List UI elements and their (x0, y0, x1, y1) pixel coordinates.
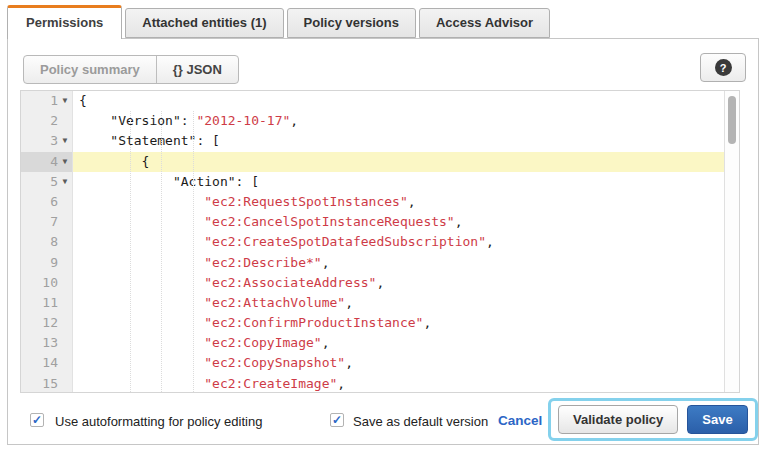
line-number-gutter[interactable]: 6 (21, 192, 73, 212)
line-number: 14 (28, 353, 58, 373)
line-number: 8 (28, 232, 58, 252)
line-number-gutter[interactable]: 7 (21, 212, 73, 232)
code-line[interactable]: { (73, 91, 739, 111)
validate-policy-button[interactable]: Validate policy (558, 405, 678, 434)
autoformat-label: Use autoformatting for policy editing (55, 414, 262, 429)
code-line[interactable]: "ec2:CancelSpotInstanceRequests", (73, 212, 739, 232)
editor-line[interactable]: 10 "ec2:AssociateAddress", (21, 273, 739, 293)
save-button[interactable]: Save (687, 405, 747, 434)
editor-line[interactable]: 4▼ { (21, 152, 739, 172)
line-number-gutter[interactable]: 11 (21, 293, 73, 313)
cancel-link[interactable]: Cancel (498, 413, 542, 428)
editor-line[interactable]: 11 "ec2:AttachVolume", (21, 293, 739, 313)
editor-line[interactable]: 2 "Version": "2012-10-17", (21, 111, 739, 131)
code-line[interactable]: "ec2:CopySnapshot", (73, 353, 739, 373)
help-icon: ? (715, 59, 732, 76)
code-line[interactable]: "ec2:AttachVolume", (73, 293, 739, 313)
code-line[interactable]: "ec2:RequestSpotInstances", (73, 192, 739, 212)
line-number: 5 (28, 172, 58, 192)
line-number-gutter[interactable]: 10 (21, 273, 73, 293)
fold-arrow-icon[interactable]: ▼ (58, 131, 72, 151)
json-policy-editor[interactable]: 1▼{2 "Version": "2012-10-17",3▼ "Stateme… (20, 90, 740, 393)
autoformat-checkbox[interactable]: ✓ (30, 413, 44, 427)
line-number: 15 (28, 374, 58, 393)
line-number: 7 (28, 212, 58, 232)
line-number: 2 (28, 111, 58, 131)
view-toggle: Policy summary {} JSON (23, 55, 239, 84)
editor-line[interactable]: 9 "ec2:Describe*", (21, 253, 739, 273)
tab-access-advisor[interactable]: Access Advisor (419, 8, 550, 38)
editor-line[interactable]: 6 "ec2:RequestSpotInstances", (21, 192, 739, 212)
code-line[interactable]: "ec2:Describe*", (73, 253, 739, 273)
code-line[interactable]: "ec2:CreateSpotDatafeedSubscription", (73, 232, 739, 252)
line-number: 13 (28, 333, 58, 353)
tab-attached-entities[interactable]: Attached entities (1) (125, 8, 283, 38)
code-line[interactable]: "ec2:ConfirmProductInstance", (73, 313, 739, 333)
code-line[interactable]: "Version": "2012-10-17", (73, 111, 739, 131)
editor-line[interactable]: 12 "ec2:ConfirmProductInstance", (21, 313, 739, 333)
line-number: 12 (28, 313, 58, 333)
line-number: 9 (28, 253, 58, 273)
code-line[interactable]: "ec2:CreateImage", (73, 374, 739, 393)
json-button[interactable]: {} JSON (156, 56, 238, 83)
line-number-gutter[interactable]: 15 (21, 374, 73, 393)
code-line[interactable]: { (73, 152, 739, 172)
fold-arrow-icon[interactable]: ▼ (58, 152, 72, 172)
help-button[interactable]: ? (700, 53, 746, 82)
editor-scrollbar[interactable] (724, 91, 739, 392)
editor-line[interactable]: 1▼{ (21, 91, 739, 111)
line-number-gutter[interactable]: 2 (21, 111, 73, 131)
code-line[interactable]: "Statement": [ (73, 131, 739, 151)
editor-line[interactable]: 15 "ec2:CreateImage", (21, 374, 739, 393)
scrollbar-thumb[interactable] (728, 96, 736, 144)
line-number-gutter[interactable]: 8 (21, 232, 73, 252)
line-number: 4 (28, 152, 58, 172)
line-number: 6 (28, 192, 58, 212)
line-number-gutter[interactable]: 9 (21, 253, 73, 273)
tab-permissions[interactable]: Permissions (7, 5, 122, 39)
editor-line[interactable]: 3▼ "Statement": [ (21, 131, 739, 151)
line-number-gutter[interactable]: 12 (21, 313, 73, 333)
fold-arrow-icon[interactable]: ▼ (58, 172, 72, 192)
fold-arrow-icon[interactable]: ▼ (58, 91, 72, 111)
tab-bar: Permissions Attached entities (1) Policy… (7, 7, 550, 39)
editor-line[interactable]: 7 "ec2:CancelSpotInstanceRequests", (21, 212, 739, 232)
tab-policy-versions[interactable]: Policy versions (287, 8, 416, 38)
button-group-highlight: Validate policy Save (548, 398, 758, 441)
code-line[interactable]: "Action": [ (73, 172, 739, 192)
code-line[interactable]: "ec2:CopyImage", (73, 333, 739, 353)
line-number: 10 (28, 273, 58, 293)
line-number-gutter[interactable]: 1▼ (21, 91, 73, 111)
line-number-gutter[interactable]: 14 (21, 353, 73, 373)
line-number-gutter[interactable]: 4▼ (21, 152, 73, 172)
code-line[interactable]: "ec2:AssociateAddress", (73, 273, 739, 293)
policy-summary-button[interactable]: Policy summary (24, 56, 156, 83)
default-version-checkbox[interactable]: ✓ (330, 413, 344, 427)
line-number-gutter[interactable]: 13 (21, 333, 73, 353)
line-number-gutter[interactable]: 5▼ (21, 172, 73, 192)
line-number: 3 (28, 131, 58, 151)
editor-lines: 1▼{2 "Version": "2012-10-17",3▼ "Stateme… (21, 91, 739, 393)
line-number-gutter[interactable]: 3▼ (21, 131, 73, 151)
editor-line[interactable]: 5▼ "Action": [ (21, 172, 739, 192)
policy-editor-page: Permissions Attached entities (1) Policy… (0, 0, 768, 460)
editor-line[interactable]: 14 "ec2:CopySnapshot", (21, 353, 739, 373)
line-number: 1 (28, 91, 58, 111)
editor-line[interactable]: 8 "ec2:CreateSpotDatafeedSubscription", (21, 232, 739, 252)
line-number: 11 (28, 293, 58, 313)
editor-line[interactable]: 13 "ec2:CopyImage", (21, 333, 739, 353)
default-version-label: Save as default version (353, 414, 488, 429)
